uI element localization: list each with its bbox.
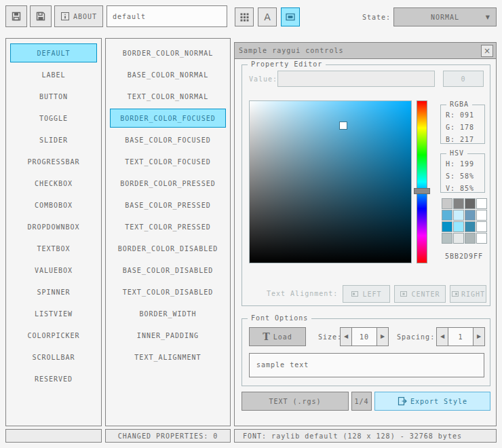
load-file-button[interactable] [5, 5, 27, 27]
font-load-icon: T [263, 332, 269, 341]
widget-icon [285, 12, 296, 22]
list-item-valuebox[interactable]: VALUEBOX [10, 261, 97, 280]
list-item-progressbar[interactable]: PROGRESSBAR [10, 152, 97, 171]
color-picker-cursor[interactable] [340, 122, 347, 129]
export-format-button[interactable]: TEXT (.rgs) [242, 392, 349, 411]
palette-swatch[interactable] [476, 221, 487, 232]
list-item-text_color_disabled[interactable]: TEXT_COLOR_DISABLED [110, 282, 226, 301]
list-item-checkbox[interactable]: CHECKBOX [10, 174, 97, 193]
palette-swatch[interactable] [465, 198, 476, 209]
list-item-dropdownbox[interactable]: DROPDOWNBOX [10, 217, 97, 236]
list-item-border_color_disabled[interactable]: BORDER_COLOR_DISABLED [110, 239, 226, 258]
list-item-slider[interactable]: SLIDER [10, 130, 97, 149]
hsv-title: HSV [446, 149, 467, 158]
sample-controls-window: Sample raygui controls × Property Editor… [234, 42, 497, 426]
save-file-button[interactable] [30, 5, 52, 27]
list-item-colorpicker[interactable]: COLORPICKER [10, 326, 97, 345]
state-dropdown[interactable]: NORMAL ▼ [393, 7, 497, 26]
close-button[interactable]: × [481, 45, 493, 57]
list-item-base_color_normal[interactable]: BASE_COLOR_NORMAL [110, 65, 226, 84]
hue-value: H: 199 [441, 160, 484, 168]
spacing-increment-button[interactable]: ▶ [473, 327, 485, 346]
palette-swatch[interactable] [453, 210, 464, 221]
size-increment-button[interactable]: ▶ [376, 327, 389, 346]
save-icon [35, 10, 47, 22]
list-item-listview[interactable]: LISTVIEW [10, 304, 97, 323]
list-item-text_color_focused[interactable]: TEXT_COLOR_FOCUSED [110, 152, 226, 171]
list-item-scrollbar[interactable]: SCROLLBAR [10, 348, 97, 367]
list-item-base_color_disabled[interactable]: BASE_COLOR_DISABLED [110, 261, 226, 280]
info-icon [60, 12, 70, 21]
value-input[interactable] [277, 71, 435, 87]
palette-swatch[interactable] [476, 198, 487, 209]
palette-swatch[interactable] [442, 210, 452, 221]
left-arrow-icon: ◀ [440, 334, 444, 339]
status-changed-properties: CHANGED PROPERTIES: 0 [105, 429, 231, 443]
hex-value: 5BB2D9FF [440, 253, 488, 260]
palette-swatch[interactable] [453, 221, 464, 232]
list-item-spinner[interactable]: SPINNER [10, 282, 97, 301]
list-item-border_color_focused[interactable]: BORDER_COLOR_FOCUSED [110, 109, 226, 128]
list-item-reserved[interactable]: RESERVED [10, 369, 97, 388]
palette-swatch[interactable] [465, 221, 476, 232]
size-label: Size: [318, 333, 342, 341]
style-name-input[interactable] [107, 5, 227, 27]
rgba-title: RGBA [446, 100, 472, 109]
rgba-group: RGBA R: 091 G: 178 B: 217 [440, 105, 485, 144]
list-item-border_color_normal[interactable]: BORDER_COLOR_NORMAL [110, 43, 226, 62]
list-item-base_color_focused[interactable]: BASE_COLOR_FOCUSED [110, 130, 226, 149]
list-item-button[interactable]: BUTTON [10, 87, 97, 106]
spacing-decrement-button[interactable]: ◀ [436, 327, 448, 346]
list-item-textbox[interactable]: TEXTBOX [10, 239, 97, 258]
list-item-border_color_pressed[interactable]: BORDER_COLOR_PRESSED [110, 174, 226, 193]
disk-icon [10, 10, 22, 22]
hue-slider-handle[interactable] [414, 188, 430, 194]
list-item-text_alignment[interactable]: TEXT_ALIGNMENT [110, 348, 226, 367]
list-item-default[interactable]: DEFAULT [10, 43, 97, 62]
controls-view-button[interactable] [281, 7, 300, 26]
rguistyler-app: ABOUT A State: NORMAL ▼ DEFAULTLABELBUTT… [0, 0, 502, 448]
palette-swatch[interactable] [442, 233, 452, 244]
right-arrow-icon: ▶ [381, 334, 385, 339]
size-decrement-button[interactable]: ◀ [340, 327, 352, 346]
font-view-button[interactable]: A [258, 7, 277, 26]
state-dropdown-value: NORMAL [431, 14, 459, 21]
palette-swatch[interactable] [465, 210, 476, 221]
style-table-view-button[interactable] [235, 7, 254, 26]
format-pager-button[interactable]: 1/4 [351, 392, 372, 411]
palette-swatch[interactable] [465, 233, 476, 244]
list-item-text_color_pressed[interactable]: TEXT_COLOR_PRESSED [110, 217, 226, 236]
size-value[interactable]: 10 [351, 327, 377, 346]
spacing-value[interactable]: 1 [448, 327, 474, 346]
palette-swatch[interactable] [442, 198, 452, 209]
align-left-button[interactable]: LEFT [343, 285, 390, 303]
load-font-button[interactable]: T Load [249, 327, 306, 346]
palette-swatch[interactable] [476, 233, 487, 244]
sample-text-box[interactable]: sample text [249, 353, 484, 377]
palette-swatch[interactable] [453, 233, 464, 244]
color-saturation-value-panel[interactable] [249, 100, 412, 263]
align-right-icon [451, 290, 459, 298]
window-titlebar[interactable]: Sample raygui controls × [235, 43, 496, 59]
list-item-base_color_pressed[interactable]: BASE_COLOR_PRESSED [110, 195, 226, 214]
align-center-button[interactable]: CENTER [394, 285, 446, 303]
chevron-down-icon: ▼ [486, 14, 490, 20]
list-item-border_width[interactable]: BORDER_WIDTH [110, 304, 226, 323]
hue-bar[interactable] [417, 100, 427, 263]
list-item-toggle[interactable]: TOGGLE [10, 109, 97, 128]
list-item-combobox[interactable]: COMBOBOX [10, 195, 97, 214]
palette-swatch[interactable] [453, 198, 464, 209]
state-label: State: [339, 14, 391, 21]
align-right-button[interactable]: RIGHT [450, 285, 486, 303]
about-button[interactable]: ABOUT [54, 5, 103, 27]
list-item-inner_padding[interactable]: INNER_PADDING [110, 326, 226, 345]
palette-swatch[interactable] [476, 210, 487, 221]
list-item-text_color_normal[interactable]: TEXT_COLOR_NORMAL [110, 87, 226, 106]
hsv-group: HSV H: 199 S: 58% V: 85% [440, 153, 485, 193]
value-apply-button[interactable]: 0 [443, 71, 484, 87]
font-options-group: Font Options T Load Size: ◀ 10 ▶ Spacing… [242, 318, 490, 386]
palette-swatch[interactable] [442, 221, 452, 232]
value-label: Value: [249, 75, 277, 83]
list-item-label[interactable]: LABEL [10, 65, 97, 84]
export-style-button[interactable]: Export Style [374, 392, 490, 411]
